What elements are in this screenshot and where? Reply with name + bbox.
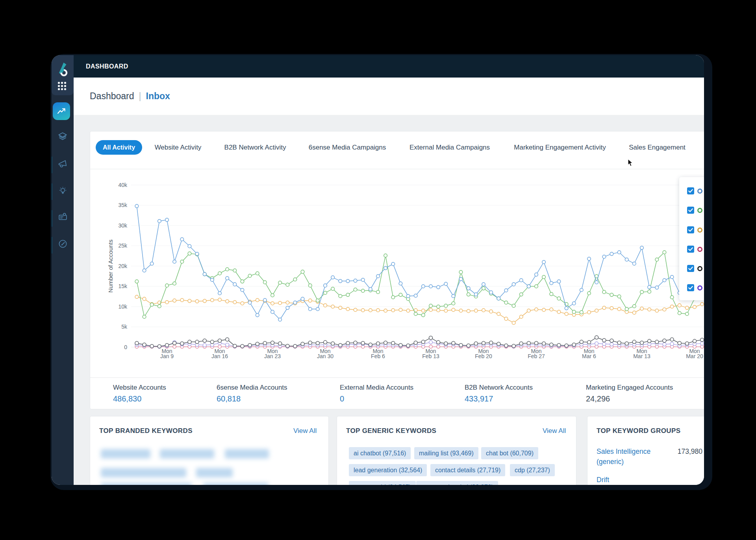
svg-text:40k: 40k [118,182,128,188]
svg-text:Feb 27: Feb 27 [528,353,545,359]
svg-text:0: 0 [124,344,127,350]
svg-text:25k: 25k [118,242,128,249]
svg-text:15k: 15k [118,283,128,289]
svg-text:Jan 9: Jan 9 [160,353,174,359]
svg-text:Jan 30: Jan 30 [317,353,334,359]
svg-text:10k: 10k [118,303,128,310]
svg-text:Number of Accounts: Number of Accounts [107,239,114,292]
svg-text:Feb 20: Feb 20 [475,353,492,359]
svg-text:Jan 16: Jan 16 [211,353,228,359]
svg-text:30k: 30k [118,222,128,229]
svg-text:Mar 6: Mar 6 [582,353,596,359]
svg-text:Mar 13: Mar 13 [633,353,650,359]
svg-text:5k: 5k [121,324,128,330]
svg-text:Feb 6: Feb 6 [371,353,385,359]
svg-text:20k: 20k [118,263,128,269]
svg-text:Jan 23: Jan 23 [264,353,281,359]
svg-text:Feb 13: Feb 13 [422,353,439,359]
svg-text:35k: 35k [118,202,128,208]
svg-text:Mar 20: Mar 20 [686,353,703,359]
